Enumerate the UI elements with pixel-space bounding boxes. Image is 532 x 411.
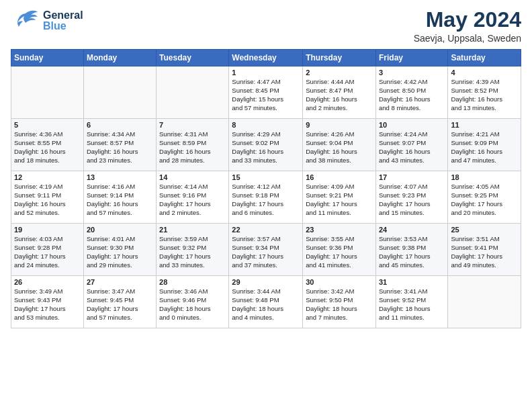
calendar-day-cell: 25Sunrise: 3:51 AMSunset: 9:41 PMDayligh… [448, 224, 521, 276]
day-number: 31 [379, 278, 445, 286]
day-number: 23 [306, 226, 373, 234]
calendar-day-cell: 3Sunrise: 4:42 AMSunset: 8:50 PMDaylight… [375, 66, 447, 119]
location-text: Saevja, Uppsala, Sweden [414, 33, 521, 44]
weekday-header-row: Sunday Monday Tuesday Wednesday Thursday… [11, 50, 521, 66]
day-number: 18 [451, 173, 518, 181]
logo-general-text: General [43, 10, 83, 21]
day-info-text: Sunrise: 4:39 AMSunset: 8:52 PMDaylight:… [451, 78, 518, 112]
header-thursday: Thursday [303, 50, 376, 66]
calendar-day-cell: 6Sunrise: 4:34 AMSunset: 8:57 PMDaylight… [83, 119, 156, 171]
day-number: 20 [87, 226, 153, 234]
month-year-title: May 2024 [414, 8, 521, 32]
day-info-text: Sunrise: 3:57 AMSunset: 9:34 PMDaylight:… [232, 235, 300, 269]
day-number: 21 [159, 226, 226, 234]
header-tuesday: Tuesday [157, 50, 229, 66]
header-wednesday: Wednesday [229, 50, 303, 66]
calendar-day-cell: 19Sunrise: 4:03 AMSunset: 9:28 PMDayligh… [11, 224, 84, 276]
day-number: 22 [232, 226, 300, 234]
day-info-text: Sunrise: 4:29 AMSunset: 9:02 PMDaylight:… [232, 130, 300, 165]
day-info-text: Sunrise: 3:55 AMSunset: 9:36 PMDaylight:… [306, 235, 373, 269]
day-number: 1 [232, 68, 300, 77]
day-info-text: Sunrise: 3:44 AMSunset: 9:48 PMDaylight:… [232, 287, 300, 322]
day-number: 25 [451, 226, 518, 234]
day-number: 15 [232, 173, 300, 181]
day-number: 14 [159, 173, 226, 181]
day-info-text: Sunrise: 4:12 AMSunset: 9:18 PMDaylight:… [232, 183, 300, 217]
day-info-text: Sunrise: 3:53 AMSunset: 9:38 PMDaylight:… [379, 235, 445, 269]
day-number: 2 [306, 68, 373, 77]
calendar-day-cell: 7Sunrise: 4:31 AMSunset: 8:59 PMDaylight… [157, 119, 229, 171]
header-saturday: Saturday [448, 50, 521, 66]
calendar-day-cell: 13Sunrise: 4:16 AMSunset: 9:14 PMDayligh… [83, 171, 156, 224]
calendar-day-cell [83, 66, 156, 119]
day-number: 9 [306, 121, 373, 129]
calendar-day-cell: 26Sunrise: 3:49 AMSunset: 9:43 PMDayligh… [11, 276, 84, 328]
calendar-day-cell: 2Sunrise: 4:44 AMSunset: 8:47 PMDaylight… [303, 66, 376, 119]
calendar-week-row: 19Sunrise: 4:03 AMSunset: 9:28 PMDayligh… [11, 224, 521, 276]
day-number: 27 [87, 278, 153, 286]
calendar-day-cell: 17Sunrise: 4:07 AMSunset: 9:23 PMDayligh… [375, 171, 447, 224]
day-info-text: Sunrise: 4:34 AMSunset: 8:57 PMDaylight:… [87, 130, 153, 165]
day-info-text: Sunrise: 4:07 AMSunset: 9:23 PMDaylight:… [379, 183, 445, 217]
day-number: 24 [379, 226, 445, 234]
day-info-text: Sunrise: 4:47 AMSunset: 8:45 PMDaylight:… [232, 78, 300, 112]
calendar-day-cell: 18Sunrise: 4:05 AMSunset: 9:25 PMDayligh… [448, 171, 521, 224]
day-info-text: Sunrise: 4:42 AMSunset: 8:50 PMDaylight:… [379, 78, 445, 112]
day-info-text: Sunrise: 4:24 AMSunset: 9:07 PMDaylight:… [379, 130, 445, 165]
day-info-text: Sunrise: 3:41 AMSunset: 9:52 PMDaylight:… [379, 287, 445, 322]
day-number: 12 [14, 173, 81, 181]
calendar-day-cell: 27Sunrise: 3:47 AMSunset: 9:45 PMDayligh… [83, 276, 156, 328]
page: General Blue May 2024 Saevja, Uppsala, S… [0, 0, 532, 411]
calendar-day-cell: 28Sunrise: 3:46 AMSunset: 9:46 PMDayligh… [157, 276, 229, 328]
calendar-day-cell: 8Sunrise: 4:29 AMSunset: 9:02 PMDaylight… [229, 119, 303, 171]
calendar-day-cell: 31Sunrise: 3:41 AMSunset: 9:52 PMDayligh… [375, 276, 447, 328]
day-number: 16 [306, 173, 373, 181]
calendar-day-cell: 24Sunrise: 3:53 AMSunset: 9:38 PMDayligh… [375, 224, 447, 276]
calendar-day-cell: 30Sunrise: 3:42 AMSunset: 9:50 PMDayligh… [303, 276, 376, 328]
calendar-day-cell [448, 276, 521, 328]
day-info-text: Sunrise: 4:26 AMSunset: 9:04 PMDaylight:… [306, 130, 373, 165]
logo-blue-text: Blue [43, 21, 83, 32]
day-number: 29 [232, 278, 300, 286]
day-number: 4 [451, 68, 518, 77]
title-section: May 2024 Saevja, Uppsala, Sweden [414, 8, 521, 44]
calendar-day-cell: 1Sunrise: 4:47 AMSunset: 8:45 PMDaylight… [229, 66, 303, 119]
day-number: 3 [379, 68, 445, 77]
day-number: 11 [451, 121, 518, 129]
logo: General Blue [11, 8, 83, 34]
calendar-day-cell [157, 66, 229, 119]
day-number: 6 [87, 121, 153, 129]
logo-name: General Blue [43, 10, 83, 32]
day-info-text: Sunrise: 3:51 AMSunset: 9:41 PMDaylight:… [451, 235, 518, 269]
day-info-text: Sunrise: 4:01 AMSunset: 9:30 PMDaylight:… [87, 235, 153, 269]
day-info-text: Sunrise: 3:46 AMSunset: 9:46 PMDaylight:… [159, 287, 226, 322]
calendar-day-cell: 22Sunrise: 3:57 AMSunset: 9:34 PMDayligh… [229, 224, 303, 276]
day-info-text: Sunrise: 3:42 AMSunset: 9:50 PMDaylight:… [306, 287, 373, 322]
calendar-week-row: 26Sunrise: 3:49 AMSunset: 9:43 PMDayligh… [11, 276, 521, 328]
day-info-text: Sunrise: 3:49 AMSunset: 9:43 PMDaylight:… [14, 287, 81, 322]
day-number: 28 [159, 278, 226, 286]
calendar-day-cell: 5Sunrise: 4:36 AMSunset: 8:55 PMDaylight… [11, 119, 84, 171]
day-number: 17 [379, 173, 445, 181]
header-friday: Friday [375, 50, 447, 66]
calendar-day-cell: 21Sunrise: 3:59 AMSunset: 9:32 PMDayligh… [157, 224, 229, 276]
day-info-text: Sunrise: 4:16 AMSunset: 9:14 PMDaylight:… [87, 183, 153, 217]
day-number: 30 [306, 278, 373, 286]
day-info-text: Sunrise: 4:36 AMSunset: 8:55 PMDaylight:… [14, 130, 81, 165]
calendar-day-cell: 15Sunrise: 4:12 AMSunset: 9:18 PMDayligh… [229, 171, 303, 224]
day-info-text: Sunrise: 4:05 AMSunset: 9:25 PMDaylight:… [451, 183, 518, 217]
day-info-text: Sunrise: 4:19 AMSunset: 9:11 PMDaylight:… [14, 183, 81, 217]
day-number: 5 [14, 121, 81, 129]
calendar-table: Sunday Monday Tuesday Wednesday Thursday… [11, 49, 521, 328]
calendar-day-cell: 20Sunrise: 4:01 AMSunset: 9:30 PMDayligh… [83, 224, 156, 276]
day-info-text: Sunrise: 4:21 AMSunset: 9:09 PMDaylight:… [451, 130, 518, 165]
header-sunday: Sunday [11, 50, 84, 66]
day-info-text: Sunrise: 4:44 AMSunset: 8:47 PMDaylight:… [306, 78, 373, 112]
calendar-day-cell: 4Sunrise: 4:39 AMSunset: 8:52 PMDaylight… [448, 66, 521, 119]
day-info-text: Sunrise: 4:31 AMSunset: 8:59 PMDaylight:… [159, 130, 226, 165]
day-info-text: Sunrise: 4:14 AMSunset: 9:16 PMDaylight:… [159, 183, 226, 217]
calendar-day-cell: 12Sunrise: 4:19 AMSunset: 9:11 PMDayligh… [11, 171, 84, 224]
day-number: 10 [379, 121, 445, 129]
day-number: 19 [14, 226, 81, 234]
calendar-day-cell [11, 66, 84, 119]
